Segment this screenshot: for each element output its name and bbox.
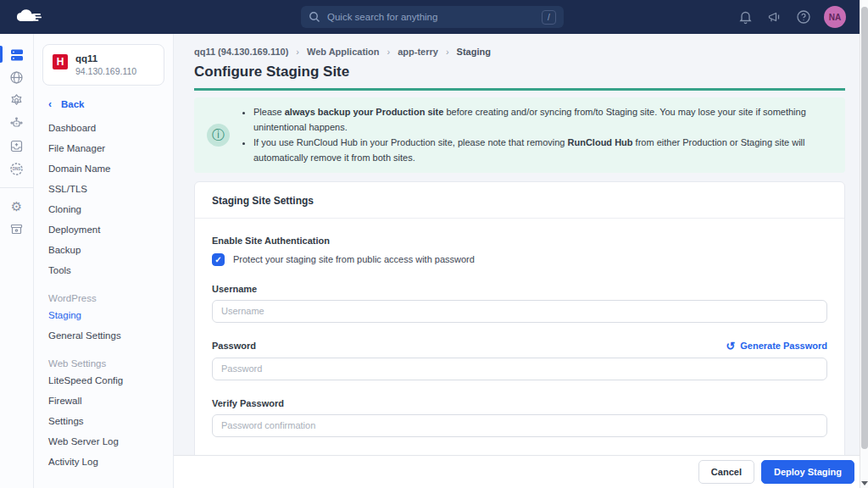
alert-bullet: If you use RunCloud Hub in your Producti…: [253, 135, 832, 165]
sidebar-item-tools[interactable]: Tools: [42, 260, 164, 280]
back-label: Back: [61, 99, 85, 109]
search-input[interactable]: Quick search for anything /: [301, 6, 564, 28]
chevron-right-icon: ›: [296, 47, 299, 57]
back-link[interactable]: ‹ Back: [48, 98, 164, 110]
card-title: Staging Site Settings: [195, 182, 844, 219]
sidebar-section-web-settings: Web Settings: [42, 353, 164, 370]
info-icon: ⓘ: [207, 124, 230, 147]
sidebar-item-backup[interactable]: Backup: [42, 240, 164, 260]
rail-web-apps-icon[interactable]: [0, 66, 34, 89]
user-avatar[interactable]: NA: [824, 6, 846, 28]
runcloud-logo-icon[interactable]: [15, 6, 49, 28]
rail-settings-icon[interactable]: ⚙: [0, 195, 34, 218]
password-label: Password: [212, 341, 256, 351]
sidebar-item-domain-name[interactable]: Domain Name: [42, 158, 164, 179]
refresh-icon: ↺: [726, 341, 735, 352]
alert-bullet: Please always backup your Production sit…: [253, 104, 832, 135]
search-shortcut-key: /: [542, 10, 556, 25]
sidebar-item-firewall[interactable]: Firewall: [42, 391, 164, 411]
megaphone-icon[interactable]: [766, 9, 782, 25]
icon-rail: DNS ⚙: [0, 34, 34, 488]
vertical-scrollbar[interactable]: [860, 0, 868, 488]
scrollbar-down-arrow-icon[interactable]: [861, 481, 868, 485]
rail-services-icon[interactable]: [0, 89, 34, 112]
provider-logo-icon: H: [53, 54, 68, 69]
breadcrumb-web-application[interactable]: Web Application: [307, 47, 380, 57]
search-placeholder: Quick search for anything: [327, 12, 437, 22]
search-icon: [309, 11, 320, 23]
sidebar-item-settings[interactable]: Settings: [42, 411, 164, 431]
password-input[interactable]: [212, 358, 827, 380]
enable-site-auth-checkbox[interactable]: [212, 253, 225, 266]
staging-settings-card: Staging Site Settings Enable Site Authen…: [194, 181, 845, 488]
rail-divider: [0, 187, 34, 188]
sidebar-item-activity-log[interactable]: Activity Log: [42, 452, 164, 472]
generate-password-link[interactable]: ↺ Generate Password: [726, 341, 827, 352]
sidebar-item-deployment[interactable]: Deployment: [42, 219, 164, 240]
scrollbar-thumb[interactable]: [861, 7, 868, 449]
username-input[interactable]: [212, 300, 827, 323]
sidebar-section-wordpress: WordPress: [42, 288, 164, 305]
enable-site-auth-label: Enable Site Authentication: [212, 236, 827, 246]
accent-divider: [194, 88, 845, 91]
rail-dns-icon[interactable]: DNS: [0, 158, 34, 180]
bell-icon[interactable]: [737, 9, 754, 25]
verify-password-input[interactable]: [212, 414, 827, 437]
rail-installer-icon[interactable]: [0, 135, 34, 158]
rail-agent-icon[interactable]: [0, 112, 34, 135]
topbar: Quick search for anything / NA: [0, 0, 868, 34]
app-body: DNS ⚙ H qq11 94.130.169.110 ‹ Back Dashb…: [0, 34, 868, 488]
cancel-button[interactable]: Cancel: [698, 460, 754, 484]
info-alert: ⓘ Please always backup your Production s…: [194, 97, 845, 173]
enable-site-auth-description: Protect your staging site from public ac…: [233, 254, 475, 264]
sidebar-item-ssl-tls[interactable]: SSL/TLS: [42, 179, 164, 199]
rail-archive-icon[interactable]: [0, 218, 34, 241]
breadcrumb: qq11 (94.130.169.110) › Web Application …: [194, 47, 845, 57]
breadcrumb-app[interactable]: app-terry: [398, 47, 438, 57]
sidebar-item-staging[interactable]: Staging: [42, 305, 164, 325]
breadcrumb-server[interactable]: qq11 (94.130.169.110): [194, 47, 288, 57]
sidebar-item-litespeed-config[interactable]: LiteSpeed Config: [42, 370, 164, 391]
sidebar-item-dashboard[interactable]: Dashboard: [42, 118, 164, 138]
server-ip: 94.130.169.110: [75, 66, 136, 76]
breadcrumb-staging: Staging: [457, 47, 491, 57]
main-content: qq11 (94.130.169.110) › Web Application …: [174, 34, 868, 488]
chevron-right-icon: ›: [446, 47, 449, 57]
server-card[interactable]: H qq11 94.130.169.110: [42, 44, 164, 86]
sidebar-item-file-manager[interactable]: File Manager: [42, 138, 164, 158]
chevron-right-icon: ›: [387, 47, 391, 57]
verify-password-label: Verify Password: [212, 398, 827, 408]
sidebar: H qq11 94.130.169.110 ‹ Back Dashboard F…: [34, 34, 174, 488]
server-name: qq11: [75, 53, 136, 64]
deploy-staging-button[interactable]: Deploy Staging: [761, 460, 854, 484]
svg-text:DNS: DNS: [13, 167, 21, 171]
action-bar: Cancel Deploy Staging: [174, 455, 868, 488]
username-label: Username: [212, 284, 827, 294]
sidebar-item-cloning[interactable]: Cloning: [42, 199, 164, 219]
generate-password-label: Generate Password: [740, 341, 827, 351]
topbar-actions: NA: [737, 6, 846, 28]
page-title: Configure Staging Site: [194, 64, 845, 80]
chevron-left-icon: ‹: [48, 98, 52, 110]
help-icon[interactable]: [795, 9, 811, 25]
rail-servers-icon[interactable]: [0, 43, 34, 66]
sidebar-item-web-server-log[interactable]: Web Server Log: [42, 431, 164, 452]
sidebar-item-general-settings[interactable]: General Settings: [42, 325, 164, 346]
